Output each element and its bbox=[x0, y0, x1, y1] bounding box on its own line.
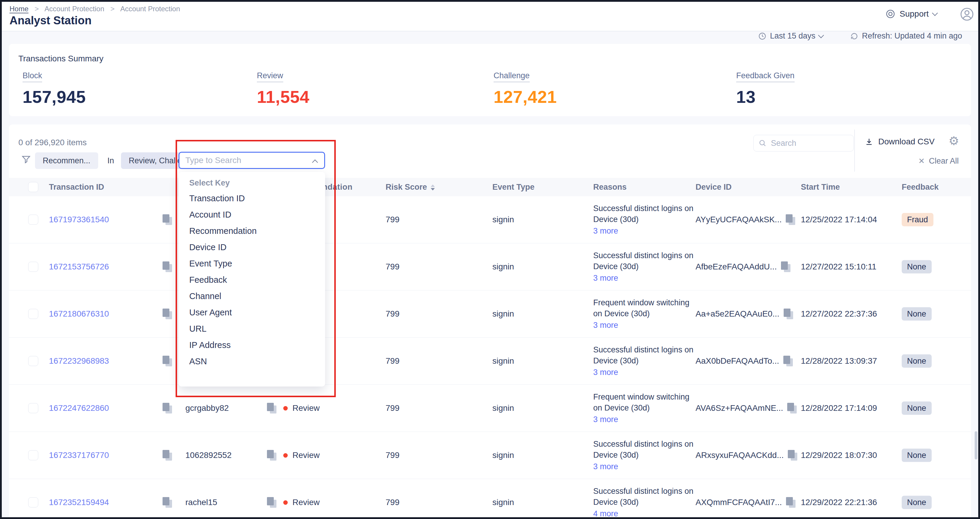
device-id-cell: AVA6Sz+FAQAAmNE... bbox=[695, 403, 797, 413]
copy-icon[interactable] bbox=[162, 403, 172, 413]
user-avatar[interactable] bbox=[960, 7, 974, 21]
transaction-id-link[interactable]: 1672247622860 bbox=[49, 403, 109, 413]
filter-funnel-icon[interactable] bbox=[21, 154, 32, 165]
copy-icon[interactable] bbox=[162, 214, 172, 225]
more-reasons-link[interactable]: 4 more bbox=[593, 508, 697, 519]
copy-icon[interactable] bbox=[267, 450, 277, 460]
feedback-badge: None bbox=[902, 496, 932, 509]
row-checkbox[interactable] bbox=[28, 403, 38, 413]
breadcrumb-separator: > bbox=[110, 5, 115, 13]
breadcrumb-account-protection[interactable]: Account Protection bbox=[45, 5, 104, 13]
key-dropdown-option[interactable]: IP Address bbox=[178, 337, 325, 353]
copy-icon[interactable] bbox=[267, 497, 277, 508]
key-dropdown-option[interactable]: User Agent bbox=[178, 305, 325, 321]
transaction-id-link[interactable]: 1672352159494 bbox=[49, 498, 109, 507]
col-device-id[interactable]: Device ID bbox=[695, 183, 732, 192]
stat-block: Block 157,945 bbox=[22, 71, 86, 107]
col-transaction-id[interactable]: Transaction ID bbox=[49, 183, 104, 192]
key-dropdown-option[interactable]: Device ID bbox=[178, 239, 325, 256]
download-csv-button[interactable]: Download CSV bbox=[865, 137, 935, 146]
key-dropdown-option[interactable]: Channel bbox=[178, 288, 325, 305]
key-dropdown-option[interactable]: Feedback bbox=[178, 272, 325, 288]
col-risk-score[interactable]: Risk Score bbox=[386, 183, 435, 192]
more-reasons-link[interactable]: 3 more bbox=[593, 273, 697, 284]
start-time: 12/27/2022 15:10:11 bbox=[801, 262, 877, 271]
transaction-id-link[interactable]: 1671973361540 bbox=[49, 215, 109, 224]
reasons-cell: Frequent window switching on Device (30d… bbox=[593, 392, 697, 425]
risk-score: 799 bbox=[386, 451, 399, 460]
stat-challenge-label[interactable]: Challenge bbox=[493, 71, 530, 82]
copy-icon[interactable] bbox=[783, 356, 793, 367]
support-menu[interactable]: Support bbox=[885, 9, 937, 19]
copy-icon[interactable] bbox=[162, 450, 172, 460]
headset-icon bbox=[885, 9, 896, 19]
key-dropdown-option[interactable]: URL bbox=[178, 321, 325, 337]
copy-icon[interactable] bbox=[786, 497, 795, 508]
copy-icon[interactable] bbox=[162, 262, 172, 272]
account-id: gcrgabby82 bbox=[185, 403, 229, 413]
col-event-type[interactable]: Event Type bbox=[492, 183, 535, 192]
key-dropdown-option[interactable]: Event Type bbox=[178, 256, 325, 272]
filter-field-pill[interactable]: Recommen... bbox=[35, 152, 98, 169]
key-search-input[interactable] bbox=[180, 155, 310, 165]
clear-all-button[interactable]: ✕ Clear All bbox=[918, 157, 959, 166]
more-reasons-link[interactable]: 3 more bbox=[593, 461, 697, 472]
review-dot-icon bbox=[283, 453, 288, 458]
copy-icon[interactable] bbox=[162, 497, 172, 508]
download-icon bbox=[865, 137, 873, 146]
start-time: 12/25/2022 17:14:04 bbox=[801, 215, 877, 224]
stat-feedback-given: Feedback Given 13 bbox=[736, 71, 795, 107]
reason-text: Successful distinct logins on Device (30… bbox=[593, 440, 694, 459]
refresh-button[interactable]: Refresh: Updated 4 min ago bbox=[850, 32, 962, 41]
row-checkbox[interactable] bbox=[28, 309, 38, 319]
key-dropdown-option[interactable]: Account ID bbox=[178, 206, 325, 223]
sort-icon[interactable] bbox=[431, 184, 435, 190]
stat-review-label[interactable]: Review bbox=[257, 71, 283, 82]
col-start-time[interactable]: Start Time bbox=[801, 183, 840, 192]
row-checkbox[interactable] bbox=[28, 356, 38, 366]
row-checkbox[interactable] bbox=[28, 214, 38, 225]
stat-block-label[interactable]: Block bbox=[22, 71, 42, 82]
scrollbar-thumb[interactable] bbox=[975, 431, 977, 459]
copy-icon[interactable] bbox=[787, 403, 797, 413]
key-dropdown-option[interactable]: Transaction ID bbox=[178, 190, 325, 206]
copy-icon[interactable] bbox=[781, 262, 791, 272]
search-input[interactable] bbox=[770, 138, 840, 148]
copy-icon[interactable] bbox=[786, 214, 795, 225]
transaction-id-link[interactable]: 1672232968983 bbox=[49, 356, 109, 366]
stat-feedback-given-label[interactable]: Feedback Given bbox=[736, 71, 795, 82]
table-settings-gear-icon[interactable]: ⚙ bbox=[948, 134, 959, 148]
copy-icon[interactable] bbox=[267, 403, 277, 413]
key-dropdown-option[interactable]: ASN bbox=[178, 353, 325, 370]
table-search[interactable] bbox=[753, 135, 854, 151]
transaction-id-link[interactable]: 1672153756726 bbox=[49, 262, 109, 271]
analyst-station-page: Home > Account Protection > Account Prot… bbox=[0, 0, 980, 519]
transaction-id-link[interactable]: 1672180676310 bbox=[49, 309, 109, 319]
copy-icon[interactable] bbox=[784, 309, 793, 319]
stat-challenge: Challenge 127,421 bbox=[493, 71, 557, 107]
row-checkbox[interactable] bbox=[28, 262, 38, 272]
copy-icon[interactable] bbox=[162, 356, 172, 367]
clock-icon bbox=[758, 32, 767, 40]
more-reasons-link[interactable]: 3 more bbox=[593, 320, 697, 331]
row-checkbox[interactable] bbox=[28, 497, 38, 508]
copy-icon[interactable] bbox=[162, 309, 172, 319]
more-reasons-link[interactable]: 3 more bbox=[593, 414, 697, 425]
row-checkbox[interactable] bbox=[28, 450, 38, 460]
table-row: 1672180676310 799 signin Frequent window… bbox=[9, 290, 971, 338]
select-all-checkbox[interactable] bbox=[28, 182, 38, 192]
feedback-badge: None bbox=[902, 402, 932, 415]
more-reasons-link[interactable]: 3 more bbox=[593, 225, 697, 236]
transaction-id-link[interactable]: 1672337176770 bbox=[49, 451, 109, 460]
reasons-cell: Successful distinct logins on Device (30… bbox=[593, 486, 697, 519]
more-reasons-link[interactable]: 3 more bbox=[593, 367, 697, 378]
key-dropdown-option[interactable]: Recommendation bbox=[178, 223, 325, 239]
breadcrumb-account-protection-2: Account Protection bbox=[121, 5, 180, 13]
copy-icon[interactable] bbox=[788, 450, 797, 460]
col-reasons[interactable]: Reasons bbox=[593, 183, 627, 192]
breadcrumb-home[interactable]: Home bbox=[10, 5, 29, 13]
feedback-cell: None bbox=[902, 402, 932, 415]
date-range-dropdown[interactable]: Last 15 days bbox=[758, 32, 823, 41]
key-search-combobox[interactable] bbox=[178, 152, 325, 169]
col-feedback[interactable]: Feedback bbox=[902, 183, 939, 192]
